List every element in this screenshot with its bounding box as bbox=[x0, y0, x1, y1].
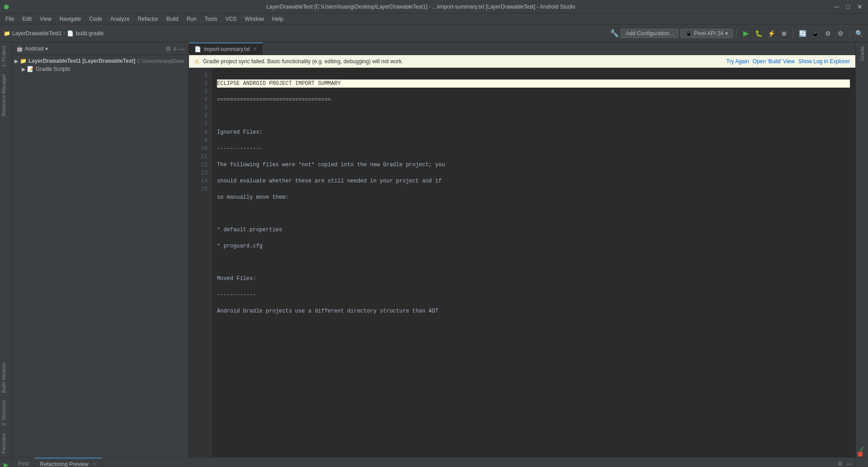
folder-icon: 📁 bbox=[20, 58, 27, 64]
stop-button[interactable]: ⏹ bbox=[778, 28, 789, 39]
menu-vcs[interactable]: VCS bbox=[222, 15, 241, 23]
settings-button[interactable]: ⚙ bbox=[835, 28, 846, 39]
window-controls: ─ □ ✕ bbox=[833, 3, 864, 10]
settings-bottom-icon[interactable]: ⚙ bbox=[838, 461, 843, 467]
gear-icon[interactable]: ≡ bbox=[173, 45, 177, 52]
code-line-12 bbox=[217, 258, 850, 266]
sidebar-item-resource-manager[interactable]: Resource Manager bbox=[0, 70, 12, 120]
gradle-checkmark: ✓ bbox=[859, 445, 865, 453]
tab-import-summary[interactable]: 📄 import-summary.txt ✕ bbox=[189, 42, 263, 55]
sidebar-item-project[interactable]: 1: Project bbox=[0, 42, 12, 70]
code-line-5: -------------- bbox=[217, 145, 850, 153]
avd-button[interactable]: 📱 bbox=[810, 28, 821, 39]
scripts-icon: 📝 bbox=[27, 66, 34, 72]
bottom-right-label: 点我加关 bbox=[856, 458, 864, 465]
minimize-bottom-icon[interactable]: — bbox=[846, 461, 852, 467]
device-selector-button[interactable]: 📱 Pixel API 24 ▾ bbox=[680, 29, 733, 38]
gradle-panel: Gradle ✓ bbox=[855, 42, 868, 457]
expand-icon: ▶ bbox=[22, 66, 25, 72]
gradle-label[interactable]: Gradle bbox=[859, 42, 866, 65]
chevron-down-icon[interactable]: ▾ bbox=[45, 46, 48, 52]
project-panel-header: 🤖 Android ▾ ⚙ ≡ — bbox=[13, 42, 189, 55]
menu-build[interactable]: Build bbox=[163, 15, 182, 23]
code-line-8: so manually move them: bbox=[217, 193, 850, 201]
sidebar-item-build-variants[interactable]: Build Variants bbox=[0, 359, 12, 397]
menu-run[interactable]: Run bbox=[183, 15, 200, 23]
debug-button[interactable]: 🐛 bbox=[753, 28, 764, 39]
left-sidebar: 1: Project Resource Manager Build Varian… bbox=[0, 42, 13, 457]
file-icon: 📄 bbox=[194, 46, 201, 52]
code-content[interactable]: ECLIPSE ANDROID PROJECT IMPORT SUMMARY =… bbox=[212, 68, 855, 457]
navigate-icon: 🔧 bbox=[610, 29, 619, 37]
search-everywhere-button[interactable]: 🔍 bbox=[854, 28, 864, 39]
maximize-button[interactable]: □ bbox=[844, 3, 852, 10]
menu-analyze[interactable]: Analyze bbox=[107, 15, 133, 23]
sdk-button[interactable]: ⚙ bbox=[822, 28, 833, 39]
menu-help[interactable]: Help bbox=[269, 15, 287, 23]
bottom-layout: ▶ ▼ 📌 .* ← → ⬇ ⬆ ≡ Find Refactoring Prev… bbox=[0, 458, 868, 467]
tree-root-item[interactable]: ▶ 📁 LayerDrawableTest1 [LayerDrawableTes… bbox=[13, 57, 189, 65]
code-line-1: ECLIPSE ANDROID PROJECT IMPORT SUMMARY bbox=[217, 79, 850, 88]
show-log-link[interactable]: Show Log in Explorer bbox=[798, 58, 850, 65]
bottom-tabs: Find Refactoring Preview ✕ ⚙ — bbox=[13, 458, 855, 467]
try-again-link[interactable]: Try Again bbox=[726, 58, 749, 65]
menu-view[interactable]: View bbox=[36, 15, 55, 23]
android-icon: 🤖 bbox=[16, 46, 23, 52]
minimize-panel-icon[interactable]: — bbox=[179, 45, 185, 52]
bottom-tab-right: ⚙ — bbox=[838, 458, 855, 467]
run-bottom-icon[interactable]: ▶ bbox=[1, 459, 12, 467]
breadcrumb-project[interactable]: LayerDrawableTest1 bbox=[12, 30, 61, 37]
code-editor: 12345 678910 1112131415 ECLIPSE ANDROID … bbox=[189, 68, 855, 457]
close-button[interactable]: ✕ bbox=[855, 3, 864, 10]
project-tree: ▶ 📁 LayerDrawableTest1 [LayerDrawableTes… bbox=[13, 55, 189, 457]
tab-close-refactor-icon[interactable]: ✕ bbox=[92, 461, 96, 467]
bottom-right-panel: 点我加关 bbox=[855, 458, 868, 467]
title-bar: ⬟ LayerDrawableTest [C:\Users\huang\Desk… bbox=[0, 0, 868, 14]
minimize-button[interactable]: ─ bbox=[833, 3, 841, 10]
line-numbers: 12345 678910 1112131415 bbox=[189, 68, 212, 457]
sidebar-item-structure[interactable]: 2: Structure bbox=[0, 397, 12, 430]
settings-panel-icon[interactable]: ⚙ bbox=[165, 45, 171, 52]
menu-edit[interactable]: Edit bbox=[19, 15, 35, 23]
add-configuration-button[interactable]: Add Configuration... bbox=[621, 29, 679, 38]
separator2 bbox=[793, 29, 793, 38]
warning-text: Gradle project sync failed. Basic functi… bbox=[203, 58, 723, 65]
menu-bar: File Edit View Navigate Code Analyze Ref… bbox=[0, 14, 868, 24]
sync-button[interactable]: 🔄 bbox=[797, 28, 808, 39]
editor-tabs: 📄 import-summary.txt ✕ bbox=[189, 42, 855, 55]
menu-code[interactable]: Code bbox=[85, 15, 106, 23]
code-line-11: * proguard.cfg bbox=[217, 242, 850, 250]
device-icon: 📱 bbox=[685, 30, 692, 37]
breadcrumb: 📁 LayerDrawableTest1 › 📄 build.gradle bbox=[4, 30, 104, 37]
menu-tools[interactable]: Tools bbox=[201, 15, 221, 23]
code-line-13: Moved Files: bbox=[217, 275, 850, 283]
menu-navigate[interactable]: Navigate bbox=[56, 15, 85, 23]
menu-refactor[interactable]: Refactor bbox=[134, 15, 162, 23]
warning-bar: ⚠ Gradle project sync failed. Basic func… bbox=[189, 55, 855, 68]
toolbar: 📁 LayerDrawableTest1 › 📄 build.gradle 🔧 … bbox=[0, 24, 868, 42]
bottom-left-tools: ▶ ▼ 📌 .* ← → ⬇ ⬆ ≡ bbox=[0, 458, 13, 467]
run-button[interactable]: ▶ bbox=[741, 28, 751, 39]
separator3 bbox=[849, 29, 850, 38]
menu-window[interactable]: Window bbox=[241, 15, 268, 23]
window-title: LayerDrawableTest [C:\Users\huang\Deskto… bbox=[9, 4, 833, 10]
sidebar-item-favorites[interactable]: Favorites bbox=[0, 430, 12, 457]
tree-gradle-scripts[interactable]: ▶ 📝 Gradle Scripts bbox=[13, 65, 189, 73]
code-line-7: should evaluate whether these are still … bbox=[217, 177, 850, 185]
title-icon: ⬟ bbox=[4, 3, 9, 10]
bottom-content-area: Find Refactoring Preview ✕ ⚙ — ☑ ▼ 📄 bbox=[13, 458, 855, 467]
bottom-tab-find[interactable]: Find bbox=[13, 458, 34, 467]
breadcrumb-file[interactable]: build.gradle bbox=[75, 30, 104, 37]
tab-close-icon[interactable]: ✕ bbox=[253, 46, 257, 52]
root-label: LayerDrawableTest1 [LayerDrawableTest] bbox=[28, 58, 135, 64]
separator bbox=[736, 29, 737, 38]
panel-controls: ⚙ ≡ — bbox=[165, 45, 185, 52]
warning-icon: ⚠ bbox=[194, 58, 199, 65]
menu-file[interactable]: File bbox=[2, 15, 18, 23]
expand-icon: ▶ bbox=[14, 58, 18, 64]
open-build-view-link[interactable]: Open 'Build' View bbox=[753, 58, 795, 65]
code-line-14: ------------ bbox=[217, 291, 850, 299]
profile-button[interactable]: ⚡ bbox=[766, 28, 777, 39]
editor-area: 📄 import-summary.txt ✕ ⚠ Gradle project … bbox=[189, 42, 855, 457]
bottom-tab-refactoring[interactable]: Refactoring Preview ✕ bbox=[34, 458, 102, 467]
